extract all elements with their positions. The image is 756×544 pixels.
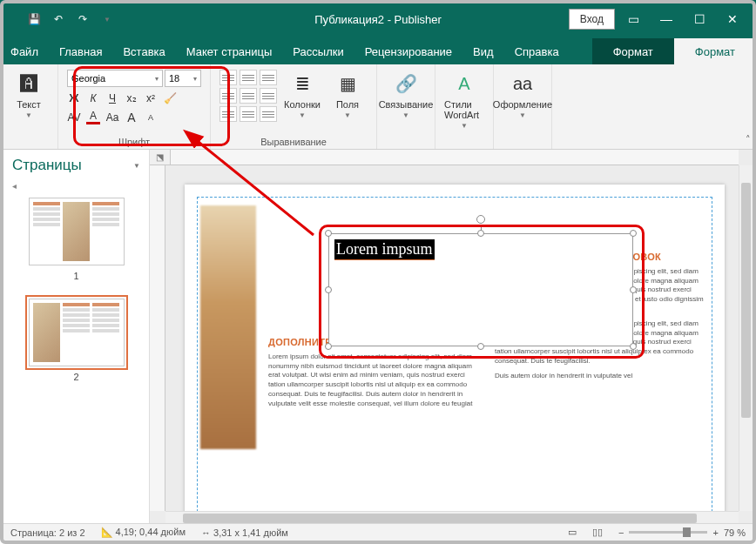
typography-button[interactable]: aa Оформление ▼ — [503, 70, 543, 119]
undo-icon[interactable]: ↶ — [51, 11, 66, 27]
canvas-area: ⬔ ДОПОЛНИТЕЛЬНЫЙ ЗАГОЛОВОК Lorem ipsum d… — [150, 150, 753, 525]
tab-format-active[interactable]: Формат — [674, 38, 756, 64]
tab-home[interactable]: Главная — [49, 38, 112, 64]
pages-panel: Страницы ▼ ◂ 1 2 — [3, 150, 150, 525]
status-page[interactable]: Страница: 2 из 2 — [10, 527, 85, 538]
wordart-label: Стили WordArt — [444, 99, 484, 120]
margins-icon: ▦ — [334, 70, 361, 97]
maximize-icon[interactable]: ☐ — [685, 7, 714, 31]
resize-handle-mr[interactable] — [630, 286, 637, 293]
redo-icon[interactable]: ↷ — [75, 11, 91, 27]
wordart-button[interactable]: A Стили WordArt ▼ — [444, 70, 484, 130]
margins-label: Поля — [336, 99, 359, 110]
grow-font-button[interactable]: A — [125, 111, 138, 124]
align-bl[interactable] — [219, 106, 237, 122]
align-bc[interactable] — [240, 106, 257, 122]
italic-button[interactable]: К — [86, 92, 100, 104]
font-name-combo[interactable]: Georgia ▾ — [67, 70, 163, 87]
align-mc[interactable] — [240, 88, 257, 104]
char-spacing-button[interactable]: AV — [67, 111, 81, 124]
view-spread-icon[interactable]: ▯▯ — [592, 527, 603, 538]
zoom-control: − + 79 % — [618, 527, 746, 538]
group-linking-label — [386, 135, 426, 149]
align-br[interactable] — [260, 106, 277, 122]
page-thumb-1[interactable]: 1 — [16, 196, 137, 281]
title-bar: 💾 ↶ ↷ ▼ Публикация2 - Publisher Вход ▭ —… — [0, 0, 756, 38]
resize-handle-bl[interactable] — [325, 343, 332, 350]
tab-page-layout[interactable]: Макет страницы — [176, 38, 283, 64]
tab-review[interactable]: Рецензирование — [354, 38, 462, 64]
link-icon: 🔗 — [392, 70, 420, 97]
subscript-button[interactable]: x₂ — [125, 92, 138, 104]
align-tc[interactable] — [240, 70, 257, 85]
tab-mailings[interactable]: Рассылки — [282, 38, 354, 64]
align-tl[interactable] — [219, 70, 237, 85]
align-ml[interactable] — [219, 88, 237, 104]
columns-button[interactable]: ≣ Колонки ▼ — [282, 70, 322, 119]
resize-handle-tr[interactable] — [630, 230, 637, 237]
chevron-down-icon[interactable]: ▼ — [133, 162, 140, 170]
superscript-button[interactable]: x² — [144, 92, 158, 104]
chevron-down-icon: ▼ — [461, 122, 468, 130]
tab-insert[interactable]: Вставка — [112, 38, 175, 64]
ribbon-options-icon[interactable]: ▭ — [618, 7, 648, 31]
bold-button[interactable]: Ж — [67, 92, 81, 104]
alignment-grid — [219, 70, 277, 122]
page-thumb-2[interactable]: 2 — [16, 297, 137, 382]
underline-button[interactable]: Ч — [105, 92, 119, 104]
qat-dropdown-icon[interactable]: ▼ — [99, 11, 115, 27]
resize-handle-br[interactable] — [630, 343, 637, 350]
ruler-horizontal[interactable] — [171, 150, 739, 165]
font-dialog-launcher-icon[interactable]: ↘ — [194, 138, 201, 147]
resize-handle-tm[interactable] — [477, 230, 484, 237]
align-mr[interactable] — [260, 88, 277, 104]
selected-text[interactable]: Lorem impsum — [334, 239, 435, 260]
resize-handle-ml[interactable] — [325, 286, 332, 293]
status-bar: Страница: 2 из 2 📐 4,19; 0,44 дюйм ↔ 3,3… — [3, 523, 753, 541]
linking-button[interactable]: 🔗 Связывание ▼ — [386, 70, 426, 119]
text-button[interactable]: 🅰 Текст ▼ — [9, 70, 49, 119]
collapse-ribbon-icon[interactable]: ˄ — [746, 134, 751, 145]
minimize-icon[interactable]: — — [651, 7, 681, 31]
pages-panel-header: Страницы ▼ — [3, 150, 149, 181]
tab-help[interactable]: Справка — [504, 38, 570, 64]
shrink-font-button[interactable]: A — [144, 113, 158, 122]
selected-textbox[interactable]: Lorem impsum — [328, 233, 633, 346]
tab-format-context[interactable]: Формат — [592, 38, 674, 64]
login-button[interactable]: Вход — [569, 9, 615, 30]
close-icon[interactable]: ✕ — [718, 7, 747, 31]
clear-format-icon[interactable]: 🧹 — [163, 92, 177, 104]
zoom-slider[interactable] — [629, 531, 707, 534]
align-tr[interactable] — [260, 70, 277, 85]
group-alignment-label: Выравнивание — [219, 135, 368, 149]
workspace: Страницы ▼ ◂ 1 2 ⬔ — [3, 150, 753, 525]
zoom-out-button[interactable]: − — [618, 527, 624, 538]
tab-file[interactable]: Файл — [0, 38, 49, 64]
page-canvas[interactable]: ДОПОЛНИТЕЛЬНЫЙ ЗАГОЛОВОК Lorem ipsum dol… — [185, 185, 725, 544]
ruler-corner[interactable]: ⬔ — [150, 150, 171, 165]
chevron-down-icon: ▾ — [193, 75, 197, 83]
rotate-handle[interactable] — [476, 215, 485, 224]
resize-handle-bm[interactable] — [477, 343, 484, 350]
body-para-1: Lorem ipsum dolor sit amet, consectetuer… — [268, 353, 483, 409]
change-case-button[interactable]: Aa — [105, 111, 119, 124]
textbox-icon: 🅰 — [15, 70, 43, 97]
columns-icon: ≣ — [288, 70, 316, 97]
placeholder-photo — [200, 205, 256, 449]
tab-view[interactable]: Вид — [462, 38, 504, 64]
collapse-thumbs-icon[interactable]: ◂ — [3, 181, 149, 191]
zoom-in-button[interactable]: + — [712, 527, 718, 538]
wordart-icon: A — [450, 70, 478, 97]
resize-handle-tl[interactable] — [325, 230, 332, 237]
margins-button[interactable]: ▦ Поля ▼ — [327, 70, 368, 119]
font-size-combo[interactable]: 18 ▾ — [165, 70, 201, 87]
col-image — [200, 200, 256, 544]
font-color-button[interactable]: A — [86, 110, 100, 124]
linking-label: Связывание — [379, 99, 434, 110]
view-single-icon[interactable]: ▭ — [568, 527, 577, 538]
save-icon[interactable]: 💾 — [26, 11, 42, 27]
zoom-value[interactable]: 79 % — [724, 527, 746, 538]
group-text: 🅰 Текст ▼ — [0, 64, 58, 149]
scrollbar-vertical[interactable] — [739, 165, 753, 511]
ruler-vertical[interactable] — [150, 165, 165, 511]
